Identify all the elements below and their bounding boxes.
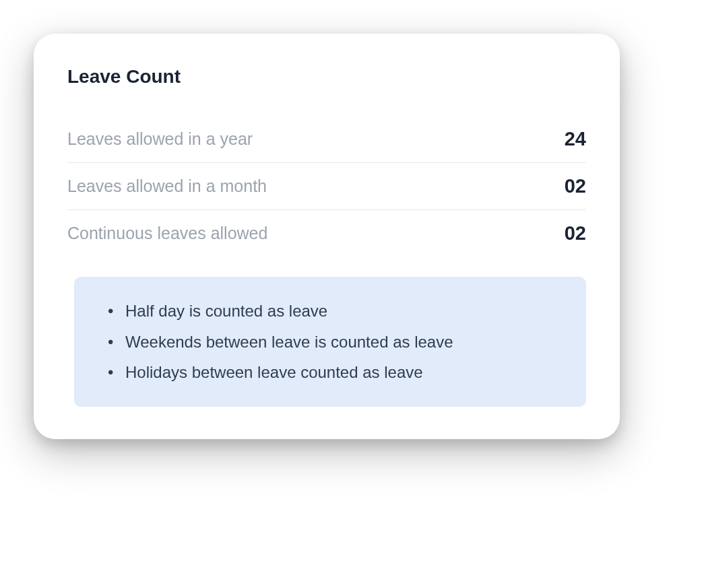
- leave-row-continuous: Continuous leaves allowed 02: [67, 210, 586, 257]
- leave-label: Leaves allowed in a year: [67, 129, 253, 149]
- info-item: Weekends between leave is counted as lea…: [106, 327, 554, 358]
- leave-label: Leaves allowed in a month: [67, 176, 267, 196]
- leave-label: Continuous leaves allowed: [67, 224, 267, 243]
- leave-count-card: Leave Count Leaves allowed in a year 24 …: [34, 34, 620, 439]
- card-title: Leave Count: [67, 66, 586, 88]
- leave-value: 02: [565, 222, 586, 244]
- info-item: Half day is counted as leave: [106, 296, 554, 327]
- info-item: Holidays between leave counted as leave: [106, 357, 554, 388]
- leave-row-year: Leaves allowed in a year 24: [67, 116, 586, 163]
- leave-row-month: Leaves allowed in a month 02: [67, 163, 586, 210]
- info-list: Half day is counted as leave Weekends be…: [106, 296, 554, 388]
- leave-value: 24: [565, 128, 586, 150]
- leave-value: 02: [565, 175, 586, 197]
- info-box: Half day is counted as leave Weekends be…: [74, 277, 586, 407]
